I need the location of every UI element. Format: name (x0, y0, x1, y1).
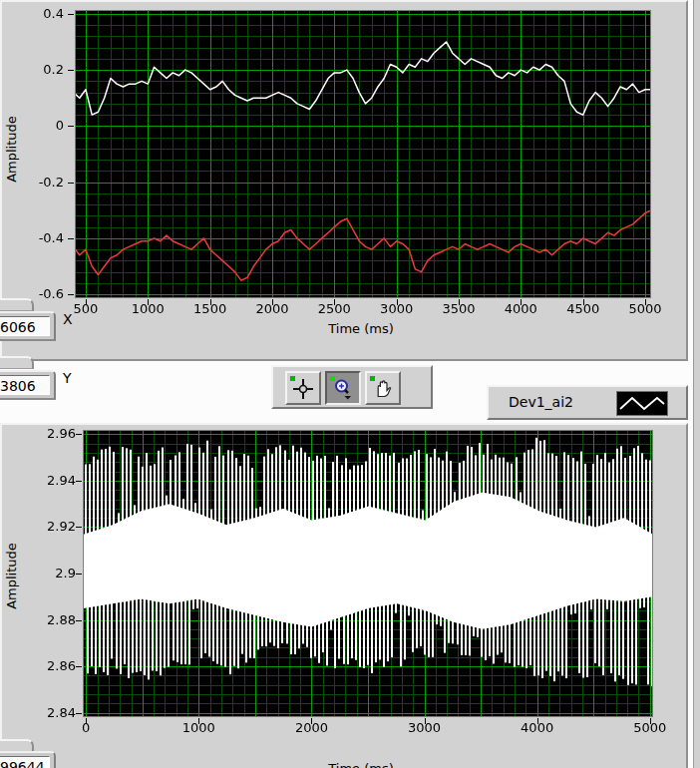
y-tick-label: 2.92 (0, 519, 76, 534)
y-tick-label: 2.84 (0, 705, 76, 720)
magnifier-icon (331, 377, 355, 401)
x-tick-label: 5000 (615, 301, 675, 316)
x-tick-label: 1500 (180, 301, 240, 316)
waveform-line-icon (617, 392, 667, 415)
x-tick-label: 5000 (620, 720, 680, 735)
y-cursor-label: Y (63, 370, 72, 386)
y-tick-label: 0.4 (0, 6, 64, 21)
y-tick-mark (76, 713, 82, 714)
x-tick-label: 2000 (281, 720, 341, 735)
y-tick-label: 2.86 (0, 658, 76, 673)
labview-front-panel: Amplitude Time (ms) Amplitude Time (ms) … (0, 0, 700, 768)
x-cursor-indicator: 6066 (0, 311, 56, 341)
plot-legend[interactable]: Dev1_ai2 (487, 385, 688, 420)
x-tick-label: 2000 (242, 301, 302, 316)
x-tick-label: 1000 (169, 720, 228, 735)
y-tick-mark (68, 14, 74, 15)
clipped-control-corner (0, 356, 34, 369)
y-tick-mark (76, 574, 82, 575)
x-tick-label: 500 (56, 301, 116, 316)
y-tick-mark (68, 126, 74, 127)
bottom-x-axis-title: Time (ms) (261, 761, 461, 768)
zoom-tool-button[interactable] (325, 371, 361, 405)
x-cursor-value[interactable]: 6066 (0, 316, 50, 336)
y-tick-label: 2.9 (0, 566, 76, 580)
bottom-waveform-plot-area[interactable] (84, 431, 652, 716)
y-tick-label: -0.4 (0, 230, 64, 245)
y-tick-label: 2.94 (0, 473, 76, 488)
x-tick-label: 3500 (429, 301, 489, 316)
y-tick-mark (68, 294, 74, 295)
y-tick-label: -0.6 (0, 286, 64, 301)
y-cursor-value[interactable]: 3806 (0, 375, 50, 395)
bottom-partial-indicator: 99644 (0, 751, 56, 768)
crosshair-icon (291, 377, 315, 401)
y-cursor-indicator: 3806 (0, 370, 56, 400)
y-tick-mark (68, 238, 74, 239)
pan-tool-button[interactable] (365, 371, 401, 405)
y-tick-mark (68, 183, 74, 184)
y-tick-mark (76, 481, 82, 482)
y-tick-label: 0 (0, 118, 64, 133)
y-tick-mark (68, 70, 74, 71)
x-tick-label: 1000 (118, 301, 177, 316)
x-tick-label: 4000 (491, 301, 550, 316)
y-tick-label: 2.88 (0, 612, 76, 627)
top-x-axis-title: Time (ms) (261, 321, 461, 336)
x-tick-label: 4500 (553, 301, 613, 316)
y-tick-label: 2.96 (0, 426, 76, 441)
bottom-partial-value[interactable]: 99644 (0, 756, 50, 768)
y-tick-mark (76, 666, 82, 667)
y-tick-label: 0.2 (0, 62, 64, 77)
top-waveform-plot-area[interactable] (76, 11, 650, 297)
x-tick-label: 3000 (367, 301, 427, 316)
cursor-tool-button[interactable] (285, 371, 321, 405)
y-tick-mark (76, 434, 82, 435)
x-tick-label: 3000 (395, 720, 455, 735)
y-tick-label: -0.2 (0, 175, 64, 190)
y-tick-mark (76, 527, 82, 528)
x-tick-label: 4000 (508, 720, 567, 735)
plot-legend-line-swatch (616, 391, 668, 416)
plot-legend-name: Dev1_ai2 (509, 387, 573, 418)
right-edge-strip (693, 0, 700, 768)
x-tick-label: 2500 (304, 301, 364, 316)
graph-tool-palette (271, 365, 433, 409)
y-tick-mark (76, 620, 82, 621)
x-tick-label: 0 (56, 720, 116, 735)
hand-icon (371, 377, 395, 401)
